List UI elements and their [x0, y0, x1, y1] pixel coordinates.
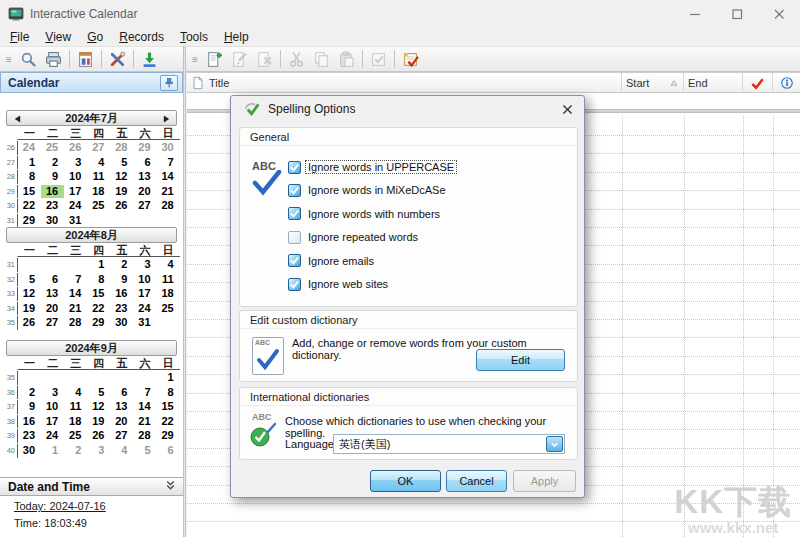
- day-cell[interactable]: 20: [110, 415, 133, 429]
- day-cell[interactable]: 23: [41, 199, 64, 213]
- panel-splitter[interactable]: [183, 46, 186, 537]
- day-cell[interactable]: 11: [64, 400, 87, 414]
- day-cell[interactable]: 9: [110, 273, 133, 287]
- day-cell[interactable]: 16: [110, 287, 133, 301]
- day-cell[interactable]: 3: [87, 444, 110, 458]
- day-cell[interactable]: 24: [133, 302, 156, 316]
- column-title[interactable]: Title: [187, 73, 622, 93]
- checkbox-checked[interactable]: [288, 207, 301, 220]
- day-cell[interactable]: 15: [18, 185, 41, 199]
- day-cell[interactable]: 5: [133, 444, 156, 458]
- menu-view[interactable]: View: [37, 28, 79, 46]
- day-cell[interactable]: 1: [157, 371, 180, 385]
- today-link[interactable]: Today: 2024-07-16: [14, 500, 106, 512]
- menu-tools[interactable]: Tools: [172, 28, 216, 46]
- column-end[interactable]: End: [684, 73, 743, 93]
- day-cell[interactable]: 18: [64, 415, 87, 429]
- day-cell[interactable]: 4: [64, 386, 87, 400]
- day-cell[interactable]: 27: [87, 141, 110, 155]
- day-cell[interactable]: 1: [41, 444, 64, 458]
- dialog-title-bar[interactable]: Spelling Options: [231, 96, 584, 122]
- day-cell[interactable]: 19: [110, 185, 133, 199]
- day-cell[interactable]: 17: [41, 415, 64, 429]
- toolbar-grip[interactable]: ≡: [190, 54, 200, 65]
- day-cell[interactable]: 5: [18, 273, 41, 287]
- day-cell[interactable]: 29: [18, 214, 41, 228]
- checkbox-checked[interactable]: [288, 278, 301, 291]
- day-cell[interactable]: 1: [87, 258, 110, 272]
- day-cell[interactable]: 6: [157, 444, 180, 458]
- export-icon[interactable]: [137, 48, 162, 70]
- day-cell[interactable]: 3: [133, 258, 156, 272]
- datetime-section-header[interactable]: Date and Time: [0, 477, 183, 496]
- checkbox-row[interactable]: Ignore repeated words: [288, 228, 420, 246]
- day-cell[interactable]: 31: [64, 214, 87, 228]
- day-cell[interactable]: 28: [110, 141, 133, 155]
- prev-month-arrow[interactable]: [12, 113, 22, 123]
- day-cell[interactable]: 28: [64, 316, 87, 330]
- day-cell[interactable]: 30: [110, 316, 133, 330]
- day-cell[interactable]: 10: [41, 400, 64, 414]
- day-cell[interactable]: 24: [41, 429, 64, 443]
- next-month-arrow[interactable]: [161, 113, 171, 123]
- checkbox-row[interactable]: Ignore words in MiXeDcASe: [288, 181, 448, 199]
- day-cell[interactable]: 17: [133, 287, 156, 301]
- checkbox-checked[interactable]: [288, 161, 301, 174]
- day-cell[interactable]: 20: [41, 302, 64, 316]
- day-cell[interactable]: 15: [87, 287, 110, 301]
- day-cell[interactable]: 13: [41, 287, 64, 301]
- day-cell[interactable]: 2: [110, 258, 133, 272]
- maximize-button[interactable]: [716, 0, 758, 28]
- checkbox-checked[interactable]: [288, 254, 301, 267]
- day-cell[interactable]: 12: [87, 400, 110, 414]
- options-icon[interactable]: [105, 48, 130, 70]
- checkbox-row[interactable]: Ignore words in UPPERCASE: [288, 158, 456, 176]
- day-cell[interactable]: 4: [157, 258, 180, 272]
- menu-records[interactable]: Records: [111, 28, 172, 46]
- language-select[interactable]: 英语(美国): [333, 434, 565, 454]
- day-cell[interactable]: 23: [18, 429, 41, 443]
- day-cell[interactable]: 4: [110, 444, 133, 458]
- day-cell[interactable]: 25: [157, 302, 180, 316]
- day-cell[interactable]: 25: [87, 199, 110, 213]
- day-cell[interactable]: 9: [41, 170, 64, 184]
- day-cell[interactable]: 17: [64, 185, 87, 199]
- day-cell[interactable]: 21: [133, 415, 156, 429]
- day-cell[interactable]: 6: [133, 156, 156, 170]
- month-header-button[interactable]: 2024年7月: [6, 110, 177, 126]
- day-cell[interactable]: 12: [110, 170, 133, 184]
- day-cell[interactable]: 24: [18, 141, 41, 155]
- day-cell[interactable]: 12: [18, 287, 41, 301]
- day-cell[interactable]: 19: [87, 415, 110, 429]
- checkbox-row[interactable]: Ignore web sites: [288, 275, 390, 293]
- menu-help[interactable]: Help: [216, 28, 257, 46]
- day-cell[interactable]: 7: [64, 273, 87, 287]
- new-record-icon[interactable]: [202, 48, 227, 70]
- day-cell[interactable]: 13: [133, 170, 156, 184]
- pin-button[interactable]: [160, 75, 178, 91]
- checkbox-unchecked[interactable]: [288, 231, 301, 244]
- day-cell[interactable]: 21: [157, 185, 180, 199]
- day-cell[interactable]: 30: [157, 141, 180, 155]
- menu-file[interactable]: File: [2, 28, 37, 46]
- dialog-close-button[interactable]: [558, 100, 576, 118]
- day-cell[interactable]: 15: [157, 400, 180, 414]
- day-cell[interactable]: 25: [41, 141, 64, 155]
- day-cell[interactable]: 20: [133, 185, 156, 199]
- day-cell[interactable]: 11: [157, 273, 180, 287]
- column-info[interactable]: [773, 73, 800, 93]
- checkbox-checked[interactable]: [288, 184, 301, 197]
- day-cell[interactable]: 29: [133, 141, 156, 155]
- day-cell[interactable]: 3: [64, 156, 87, 170]
- selected-day-cell[interactable]: 16: [41, 185, 64, 199]
- print-icon[interactable]: [41, 48, 66, 70]
- day-cell[interactable]: 25: [64, 429, 87, 443]
- day-cell[interactable]: 6: [41, 273, 64, 287]
- day-cell[interactable]: 10: [64, 170, 87, 184]
- toolbar-grip[interactable]: ≡: [4, 54, 14, 65]
- day-cell[interactable]: 31: [133, 316, 156, 330]
- day-cell[interactable]: 2: [64, 444, 87, 458]
- checkbox-row[interactable]: Ignore words with numbers: [288, 205, 442, 223]
- search-icon[interactable]: [16, 48, 41, 70]
- day-cell[interactable]: 26: [64, 141, 87, 155]
